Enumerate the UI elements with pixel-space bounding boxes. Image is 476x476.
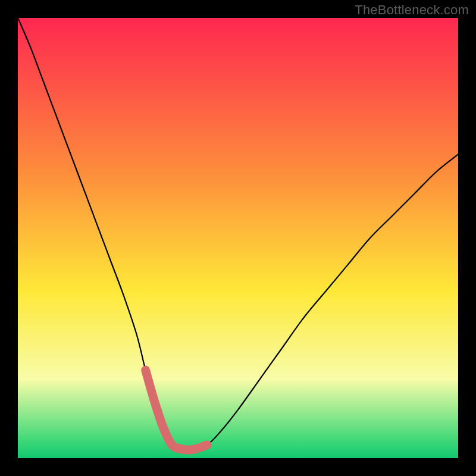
chart-svg	[18, 18, 458, 458]
plot-area	[18, 18, 458, 458]
chart-frame: TheBottleneck.com	[0, 0, 476, 476]
gradient-background	[18, 18, 458, 458]
watermark-text: TheBottleneck.com	[355, 2, 469, 18]
